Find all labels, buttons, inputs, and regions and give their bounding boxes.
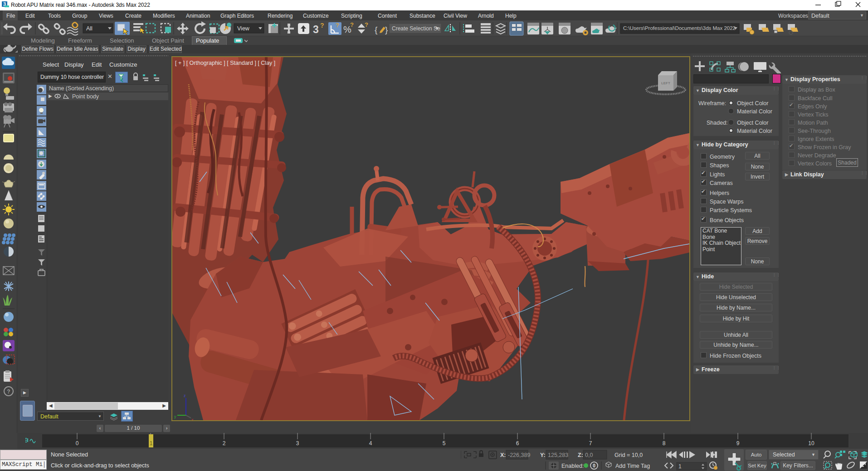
svg-text:?: ? [365, 21, 368, 28]
svg-text:1: 1 [678, 463, 682, 470]
svg-text:?: ? [320, 22, 324, 29]
svg-text:0: 0 [593, 463, 595, 468]
svg-text:-226,389: -226,389 [508, 452, 530, 458]
svg-text:9: 9 [736, 440, 740, 447]
svg-text:3: 3 [313, 24, 319, 35]
svg-text:C:\Users\Professional\Document: C:\Users\Professional\Documents\3ds Max … [623, 25, 736, 31]
svg-text:Add Time Tag: Add Time Tag [615, 463, 650, 469]
svg-text:y: y [174, 414, 176, 419]
svg-text:125,283: 125,283 [548, 452, 568, 458]
svg-text:X:: X: [500, 452, 506, 458]
svg-text:10: 10 [808, 440, 814, 447]
svg-text:2: 2 [223, 440, 226, 447]
svg-text:x: x [191, 418, 194, 420]
svg-text:0,0: 0,0 [585, 452, 593, 458]
svg-text:?: ? [336, 22, 339, 29]
svg-text:4: 4 [369, 440, 372, 447]
svg-text:Create Selection Se: Create Selection Se [392, 25, 440, 32]
svg-text:View: View [237, 25, 250, 32]
svg-text:0: 0 [76, 440, 79, 447]
svg-text:Z:: Z: [578, 452, 583, 458]
svg-text:}: } [385, 25, 388, 34]
svg-text:3: 3 [296, 440, 299, 447]
svg-text:5: 5 [443, 440, 446, 447]
svg-text:7: 7 [589, 440, 592, 447]
svg-text:Y:: Y: [540, 452, 546, 458]
svg-text:1: 1 [150, 440, 153, 447]
svg-text:{: { [375, 25, 378, 34]
svg-text:?: ? [7, 388, 10, 395]
svg-text:LEFT: LEFT [661, 81, 670, 85]
svg-text:?: ? [350, 21, 354, 28]
svg-text:All: All [86, 25, 93, 32]
svg-text:z: z [184, 393, 186, 398]
svg-text:[ + ] [ Orthographic ] [ Stand: [ + ] [ Orthographic ] [ Standard ] [ Cl… [175, 60, 275, 66]
svg-text:Enabled:: Enabled: [561, 463, 584, 469]
svg-text:Grid = 10,0: Grid = 10,0 [614, 452, 643, 458]
svg-text:8: 8 [663, 440, 666, 447]
svg-text:6: 6 [516, 440, 519, 447]
